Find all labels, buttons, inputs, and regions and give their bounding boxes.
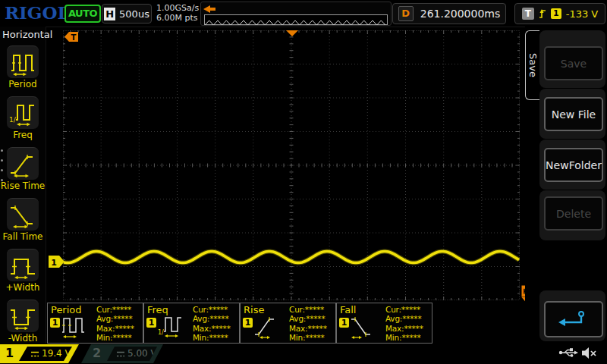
usb-icon: [558, 347, 578, 358]
channel1-number: 1: [5, 346, 14, 360]
measure-panel-fall[interactable]: Fall 1 Cur:***** Avg:***** Max:***** Min…: [336, 303, 432, 344]
channel2-status[interactable]: 2 5.00 V: [81, 344, 163, 363]
dc-coupling-icon: [116, 351, 125, 358]
trigger-level-value: -133 V: [566, 8, 599, 20]
fall-time-icon: [351, 313, 375, 340]
top-status-bar: RIGOL AUTO H 500us 1.00GSa/s 6.00M pts D…: [0, 0, 607, 27]
horizontal-timebase-box: H 500us: [102, 4, 152, 24]
delay-readout-box: D 261.200000ms: [392, 3, 506, 24]
menu-item-plus-width[interactable]: +Width: [0, 249, 46, 297]
svg-text:1/: 1/: [158, 329, 164, 336]
run-status-badge: AUTO: [64, 5, 101, 23]
source-badge: 1: [146, 318, 156, 328]
new-file-button[interactable]: New File: [544, 97, 603, 131]
dc-coupling-icon: [30, 351, 39, 358]
channel-status-bar: 1 19.4 V 2 5.00 V: [0, 344, 607, 364]
measure-values: Cur:***** Avg:***** Max:***** Min:*****: [96, 305, 134, 342]
measure-values: Cur:***** Avg:***** Max:***** Min:*****: [385, 305, 423, 342]
period-icon: [61, 313, 86, 340]
save-button[interactable]: Save: [544, 46, 603, 80]
svg-text:1/: 1/: [9, 116, 17, 124]
scroll-indicator-dot: [1, 179, 3, 181]
rise-time-icon: [254, 313, 278, 340]
measure-panel-rise[interactable]: Rise 1 Cur:***** Avg:***** Max:***** Min…: [240, 303, 336, 344]
channel2-number: 2: [93, 346, 101, 360]
fall-time-icon: [9, 201, 36, 228]
source-badge: 1: [339, 318, 349, 328]
measure-panel-freq[interactable]: Freq 1 1/ Cur:***** Avg:***** Max:***** …: [143, 303, 240, 344]
menu-item-rise-time[interactable]: Rise Time: [0, 147, 46, 196]
minus-width-icon: [9, 303, 36, 330]
rigol-logo: RIGOL: [5, 2, 70, 23]
source-badge: 1: [50, 318, 60, 328]
graticule-display: [63, 30, 520, 300]
trigger-readout-box: T 1 -133 V: [514, 3, 605, 24]
rising-edge-icon: [539, 8, 546, 20]
delay-value: 261.200000ms: [420, 8, 501, 20]
timebase-h-label: H: [104, 8, 115, 20]
save-menu-tab: Save: [525, 30, 539, 100]
freq-icon: 1/: [158, 313, 182, 340]
rise-time-icon: [9, 150, 36, 177]
channel1-scale-box: 19.4 V: [19, 347, 72, 361]
waveform-preview-strip[interactable]: [204, 14, 388, 25]
menu-item-minus-width[interactable]: -Width: [0, 300, 46, 348]
period-icon: [9, 49, 36, 76]
trigger-time-marker-icon[interactable]: [286, 30, 298, 36]
channel1-status[interactable]: 1 19.4 V: [0, 344, 79, 363]
horizontal-measure-menu: Horizontal Period 1/ Freq: [0, 27, 46, 344]
measure-panel-period[interactable]: Period 1 Cur:***** Avg:***** Max:***** M…: [47, 303, 143, 344]
preview-position-arrow-icon: [203, 5, 219, 13]
oscilloscope-screen: RIGOL AUTO H 500us 1.00GSa/s 6.00M pts D…: [0, 0, 607, 364]
plus-width-icon: [9, 252, 36, 279]
new-folder-button[interactable]: NewFolder: [544, 148, 603, 182]
enter-arrow-icon: [557, 309, 590, 329]
delete-button[interactable]: Delete: [544, 196, 603, 231]
channel2-scale-box: 5.00 V: [107, 347, 157, 361]
measure-values: Cur:***** Avg:***** Max:***** Min:*****: [193, 305, 231, 342]
speaker-muted-icon: [580, 347, 597, 359]
scroll-indicator-dot: [1, 169, 3, 171]
source-badge: 1: [243, 318, 253, 328]
channel1-ground-marker-icon[interactable]: 1: [49, 256, 64, 268]
channel2-scale: 5.00 V: [127, 348, 157, 359]
sample-rate: 1.00GSa/s: [156, 3, 199, 13]
left-menu-title: Horizontal: [2, 29, 52, 40]
scroll-indicator-dot: [1, 159, 3, 162]
freq-icon: 1/: [9, 99, 36, 127]
menu-item-fall-time[interactable]: Fall Time: [0, 198, 46, 246]
memory-depth: 6.00M pts: [156, 13, 199, 23]
menu-item-period[interactable]: Period: [0, 46, 46, 94]
save-menu-panel: Save Save New File NewFolder Delete: [525, 27, 607, 344]
acquisition-info: 1.00GSa/s 6.00M pts: [156, 3, 199, 23]
measure-values: Cur:***** Avg:***** Max:***** Min:*****: [289, 305, 327, 342]
trigger-source-badge: 1: [551, 8, 561, 19]
menu-item-freq[interactable]: 1/ Freq: [0, 96, 46, 145]
timebase-value: 500us: [119, 8, 149, 20]
back-enter-button[interactable]: [544, 301, 603, 337]
svg-text:1: 1: [51, 258, 57, 268]
trigger-t-label: T: [522, 8, 534, 20]
channel1-scale: 19.4 V: [42, 348, 71, 359]
trigger-position-flag-icon[interactable]: T: [64, 32, 78, 42]
svg-text:T: T: [71, 33, 77, 42]
delay-d-label: D: [398, 6, 414, 21]
scroll-indicator-dot: [1, 149, 3, 152]
